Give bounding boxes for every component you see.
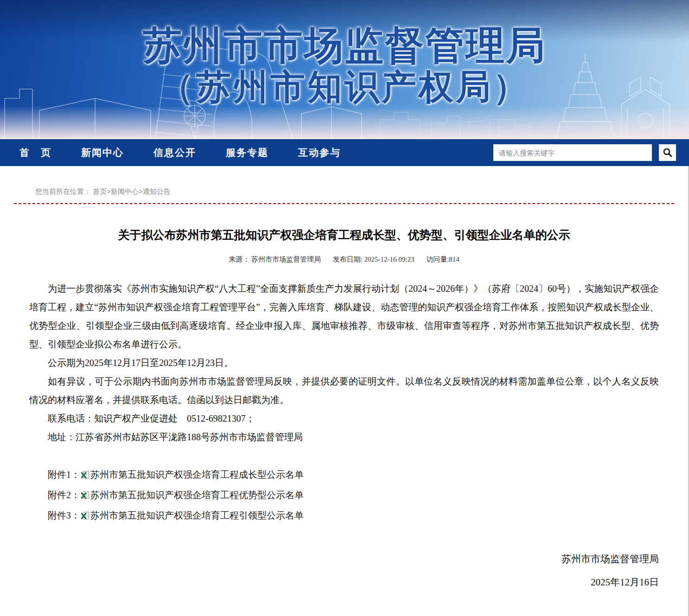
- attachment-link[interactable]: 苏州市第五批知识产权强企培育工程成长型公示名单: [90, 469, 304, 480]
- site-banner: 苏州市市场监督管理局 （苏州市知识产权局）: [0, 0, 689, 139]
- breadcrumb-notices[interactable]: 通知公告: [143, 187, 171, 195]
- article-signature: 苏州市市场监督管理局 2025年12月16日: [29, 547, 659, 594]
- search-input[interactable]: [493, 144, 652, 161]
- signature-org: 苏州市市场监督管理局: [29, 547, 659, 571]
- breadcrumb: 您当前所在位置： 首页>新闻中心>通知公告: [0, 166, 688, 196]
- nav-item-home[interactable]: 首 页: [19, 146, 51, 159]
- attachment-label: 附件2：: [48, 490, 80, 500]
- excel-icon: [81, 466, 89, 485]
- breadcrumb-news[interactable]: 新闻中心: [111, 187, 139, 195]
- article-body: 为进一步贯彻落实《苏州市实施知识产权“八大工程”全面支撑新质生产力发展行动计划（…: [29, 279, 659, 446]
- attachment-label: 附件3：: [48, 510, 80, 520]
- paragraph: 联系电话：知识产权产业促进处 0512-69821307；: [29, 409, 659, 428]
- attachments-list: 附件1：苏州市第五批知识产权强企培育工程成长型公示名单 附件2：苏州市第五批知识…: [29, 465, 659, 526]
- meta-view-count: 访问量:814: [426, 256, 459, 263]
- excel-icon: [81, 507, 89, 526]
- content-area: 您当前所在位置： 首页>新闻中心>通知公告 关于拟公布苏州市第五批知识产权强企培…: [0, 166, 689, 616]
- excel-icon: [81, 486, 89, 506]
- paragraph: 地址：江苏省苏州市姑苏区平泷路188号苏州市市场监督管理局: [29, 428, 659, 446]
- main-navbar: 首 页 新闻中心 信息公开 服务专题 互动参与: [0, 139, 689, 166]
- attachment-row: 附件3：苏州市第五批知识产权强企培育工程引领型公示名单: [29, 506, 659, 526]
- meta-publish-date: 发布日期: 2025-12-16 09:23: [333, 256, 415, 263]
- paragraph: 为进一步贯彻落实《苏州市实施知识产权“八大工程”全面支撑新质生产力发展行动计划（…: [29, 279, 659, 353]
- breadcrumb-separator: >: [139, 187, 143, 195]
- attachment-link[interactable]: 苏州市第五批知识产权强企培育工程优势型公示名单: [90, 490, 304, 500]
- attachment-row: 附件2：苏州市第五批知识产权强企培育工程优势型公示名单: [29, 485, 659, 506]
- page-title: 关于拟公布苏州市第五批知识产权强企培育工程成长型、优势型、引领型企业名单的公示: [37, 227, 651, 243]
- search-icon: [663, 148, 673, 158]
- attachment-row: 附件1：苏州市第五批知识产权强企培育工程成长型公示名单: [29, 465, 659, 485]
- signature-date: 2025年12月16日: [29, 571, 659, 594]
- breadcrumb-label: 您当前所在位置：: [35, 187, 91, 195]
- search-button[interactable]: [659, 144, 676, 161]
- paragraph: 如有异议，可于公示期内书面向苏州市市场监督管理局反映，并提供必要的证明文件。以单…: [29, 372, 659, 409]
- article-meta: 来源： 苏州市市场监督管理局 发布日期: 2025-12-16 09:23 访问…: [0, 255, 688, 264]
- search-bar: [493, 144, 676, 161]
- nav-item-info[interactable]: 信息公开: [153, 146, 196, 159]
- attachment-label: 附件1：: [48, 469, 80, 480]
- page: 苏州市市场监督管理局 （苏州市知识产权局） 首 页 新闻中心 信息公开 服务专题…: [0, 0, 689, 616]
- nav-item-services[interactable]: 服务专题: [226, 146, 268, 159]
- dashed-divider: [14, 203, 674, 204]
- nav-item-interact[interactable]: 互动参与: [298, 146, 341, 159]
- meta-source: 来源： 苏州市市场监督管理局: [229, 256, 321, 263]
- breadcrumb-home[interactable]: 首页: [93, 187, 107, 195]
- nav-item-news[interactable]: 新闻中心: [81, 146, 124, 159]
- site-title-line2: （苏州市知识产权局）: [0, 64, 689, 111]
- paragraph: 公示期为2025年12月17日至2025年12月23日。: [29, 353, 659, 372]
- breadcrumb-separator: >: [107, 187, 111, 195]
- attachment-link[interactable]: 苏州市第五批知识产权强企培育工程引领型公示名单: [90, 510, 304, 520]
